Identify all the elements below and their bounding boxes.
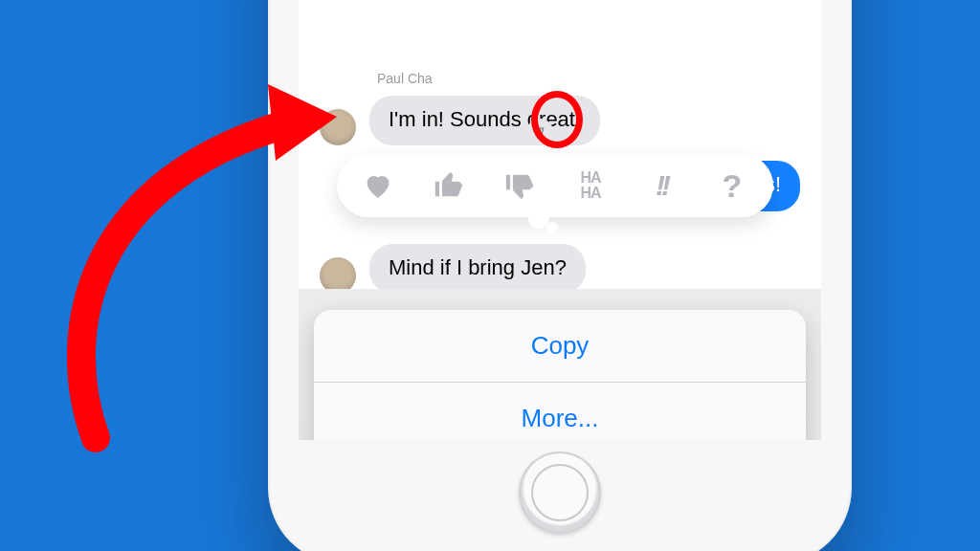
annotation-highlight-circle: [531, 91, 583, 148]
exclamation-icon: !!: [656, 171, 667, 200]
haha-icon: HAHA: [580, 170, 600, 201]
sender-label: Paul Cha: [377, 71, 821, 86]
action-sheet: Copy More...: [314, 310, 806, 440]
tapback-thumbs-down[interactable]: [500, 165, 540, 206]
thumbs-up-icon: [433, 169, 465, 202]
tapback-thumbs-up[interactable]: [429, 165, 469, 206]
iphone-screen: Paul Cha I'm in! Sounds great. !! cks! M…: [299, 0, 821, 440]
home-button[interactable]: [519, 452, 601, 534]
tapback-reaction-bar: HAHA !! ?: [337, 154, 773, 217]
message-bubble[interactable]: Mind if I bring Jen?: [369, 244, 586, 294]
more-button[interactable]: More...: [314, 383, 806, 440]
copy-button[interactable]: Copy: [314, 310, 806, 382]
question-icon: ?: [723, 169, 743, 202]
tapback-heart[interactable]: [358, 165, 398, 206]
tapback-exclamation[interactable]: !!: [641, 165, 681, 206]
tapback-haha[interactable]: HAHA: [570, 165, 611, 206]
iphone-device-frame: Paul Cha I'm in! Sounds great. !! cks! M…: [268, 0, 852, 551]
thumbs-down-icon: [503, 169, 536, 202]
avatar[interactable]: [320, 109, 356, 145]
heart-icon: [362, 169, 394, 202]
tapback-question[interactable]: ?: [712, 165, 752, 206]
